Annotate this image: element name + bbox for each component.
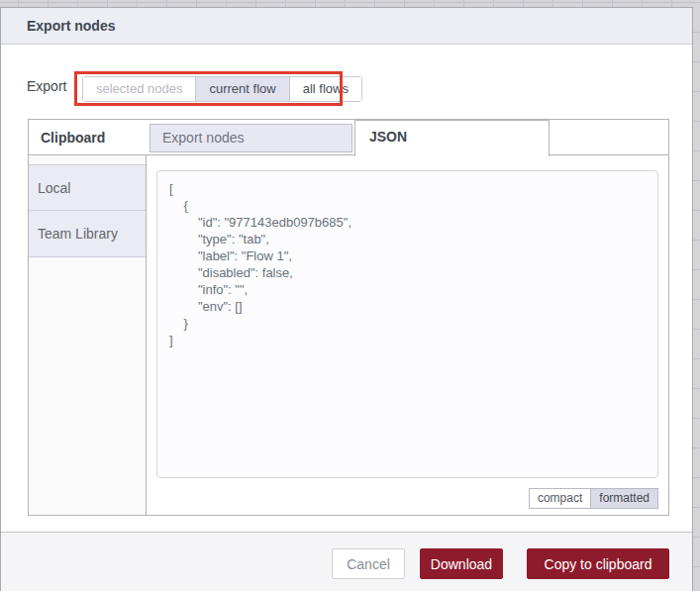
library-sidebar: Local Team Library [29, 155, 147, 515]
json-editor[interactable]: [ { "id": "977143edb097b685", "type": "t… [156, 170, 658, 478]
compact-button[interactable]: compact [529, 488, 591, 509]
dialog-header: Export nodes [1, 8, 692, 45]
scope-all-flows-button[interactable]: all flows [290, 77, 361, 101]
format-toggle: compact formatted [529, 488, 658, 509]
sidebar-item-local[interactable]: Local [29, 164, 146, 211]
tab-clipboard[interactable]: Clipboard [41, 120, 105, 155]
copy-to-clipboard-button[interactable]: Copy to clipboard [527, 548, 669, 579]
formatted-button[interactable]: formatted [590, 488, 658, 509]
sidebar-item-team-library[interactable]: Team Library [29, 211, 146, 257]
node-red-workspace: { "colors": { "primary_button": "#8e1b2b… [0, 0, 700, 591]
export-scope-label: Export [27, 73, 66, 99]
tab-bar: Clipboard Export nodes JSON [29, 120, 668, 155]
scope-selected-nodes-button[interactable]: selected nodes [83, 77, 196, 101]
export-scope-group: selected nodes current flow all flows [82, 76, 362, 102]
tab-json[interactable]: JSON [354, 120, 550, 156]
dialog-footer: Cancel Download Copy to clipboard [1, 532, 692, 591]
cancel-button[interactable]: Cancel [332, 548, 405, 579]
scope-current-flow-button[interactable]: current flow [196, 77, 289, 101]
library-panel: Clipboard Export nodes JSON Local Team L… [28, 119, 669, 516]
export-dialog: Export nodes Export selected nodes curre… [0, 7, 693, 591]
download-button[interactable]: Download [420, 548, 503, 579]
tab-export-nodes[interactable]: Export nodes [150, 124, 352, 152]
dialog-title: Export nodes [27, 8, 115, 45]
